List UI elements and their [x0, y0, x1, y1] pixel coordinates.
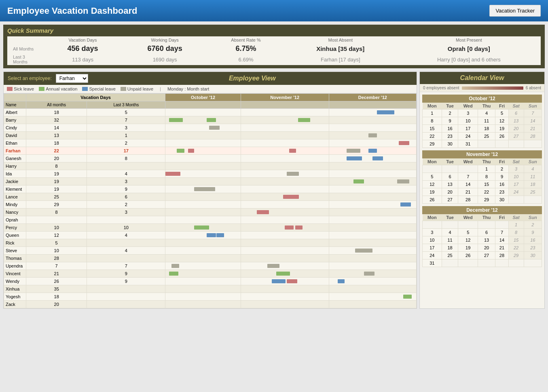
special-leave-legend: Special leave — [82, 86, 115, 91]
table-row: Xinhua35 — [4, 285, 417, 293]
last3-value: 3 — [87, 209, 165, 216]
employee-select[interactable]: Farhan — [56, 74, 88, 83]
calendar-day-cell: 9 — [442, 117, 458, 125]
gantt-cell-oct — [165, 201, 241, 209]
absent-max-label: 6 absent — [526, 86, 541, 90]
calendar-day-header: Sat — [508, 103, 524, 110]
calendar-day-cell — [458, 221, 478, 229]
gantt-cell-nov — [241, 162, 329, 170]
col-most-absent: Most Absent — [284, 36, 397, 44]
gantt-cell-nov — [241, 193, 329, 201]
employee-name: Cindy — [4, 124, 26, 132]
gantt-cell-oct — [165, 155, 241, 162]
all-months-value: 18 — [26, 139, 87, 147]
calendar-day-cell — [524, 196, 542, 204]
last3-subheader: Last 3 Months — [87, 101, 165, 109]
employee-name: Lance — [4, 193, 26, 201]
calendar-week-row: 293031 — [423, 140, 542, 148]
gantt-bar-special — [347, 156, 362, 160]
all-months-value: 28 — [26, 255, 87, 262]
calendar-day-cell: 2 — [524, 221, 542, 229]
calendar-day-cell: 19 — [423, 188, 442, 196]
gantt-cell-dec — [329, 224, 416, 232]
gantt-bar-sick — [188, 149, 194, 153]
gantt-bar-annual — [298, 118, 310, 122]
calendar-day-cell — [495, 140, 508, 148]
table-row: Ida194 — [4, 170, 417, 178]
calendar-day-cell: 25 — [524, 188, 542, 196]
all-months-value: 12 — [26, 232, 87, 239]
calendar-day-cell: 30 — [495, 196, 508, 204]
all-months-value: 10 — [26, 247, 87, 255]
gantt-cell-dec — [329, 216, 416, 224]
legend-bar: Sick leave Annual vacation Special leave… — [4, 85, 417, 93]
gantt-bar-unpaid — [347, 149, 360, 153]
employee-name: Ethan — [4, 139, 26, 147]
calendar-day-cell: 6 — [508, 110, 524, 117]
last3-value: 10 — [87, 224, 165, 232]
calendar-day-cell: 18 — [478, 125, 495, 133]
gantt-bar-special — [216, 233, 224, 237]
calendar-day-cell: 15 — [478, 181, 495, 188]
vacation-tracker-button[interactable]: Vacation Tracker — [489, 5, 541, 17]
employee-view: Select an employee: Farhan Employee View… — [3, 72, 417, 309]
table-row: Vincent219 — [4, 270, 417, 278]
calendar-day-cell: 20 — [478, 244, 495, 252]
all-months-value: 26 — [26, 278, 87, 285]
gantt-cell-oct — [165, 262, 241, 270]
all-months-value: 22 — [26, 147, 87, 155]
gantt-cell-dec — [329, 278, 416, 285]
calendar-day-cell: 15 — [508, 236, 524, 244]
employee-name: Oprah — [4, 216, 26, 224]
annual-vacation-label: Annual vacation — [46, 86, 77, 91]
calendar-day-header: Sun — [524, 103, 542, 110]
employee-name: Xinhua — [4, 285, 26, 293]
calendar-day-cell: 7 — [495, 229, 508, 236]
calendar-day-cell: 3 — [423, 229, 442, 236]
calendar-day-header: Wed — [458, 158, 478, 165]
all-months-value: 14 — [26, 124, 87, 132]
calendar-day-cell: 24 — [423, 252, 442, 259]
gantt-cell-dec — [329, 301, 416, 308]
calendar-day-cell: 1 — [508, 221, 524, 229]
calendar-week-row: 15161718192021 — [423, 125, 542, 133]
all-months-value: 19 — [26, 170, 87, 178]
calendar-day-cell: 3 — [458, 110, 478, 117]
calendar-day-cell — [423, 165, 442, 173]
gantt-cell-nov — [241, 201, 329, 209]
calendar-day-cell: 27 — [442, 196, 458, 204]
gantt-cell-nov — [241, 178, 329, 185]
calendar-day-cell: 29 — [423, 140, 442, 148]
calendar-day-header: Sun — [524, 214, 542, 221]
gantt-bar-unpaid — [171, 264, 179, 268]
last3-value — [87, 293, 165, 301]
sick-leave-icon — [7, 87, 13, 91]
table-row: Zack20 — [4, 301, 417, 308]
calendar-day-header: Wed — [458, 103, 478, 110]
calendar-day-cell: 8 — [478, 173, 495, 181]
gantt-bar-unpaid — [194, 187, 215, 191]
calendar-day-cell: 16 — [442, 125, 458, 133]
calendar-day-cell: 6 — [442, 173, 458, 181]
calendar-day-cell: 10 — [458, 117, 478, 125]
gantt-bar-unpaid — [368, 133, 377, 137]
col-vacation-days: Vacation Days — [44, 36, 122, 44]
calendar-day-cell — [478, 221, 495, 229]
calendar-day-cell: 7 — [524, 110, 542, 117]
gantt-cell-oct — [165, 162, 241, 170]
table-row: Rick5 — [4, 239, 417, 247]
table-row: Thomas28 — [4, 255, 417, 262]
gantt-cell-dec — [329, 124, 416, 132]
table-row: Queen124 — [4, 232, 417, 239]
calendar-month-header: November '12 — [422, 150, 542, 158]
gantt-bar-annual — [194, 226, 209, 230]
last3-working-days: 1690 days — [122, 54, 208, 65]
gantt-cell-nov — [241, 147, 329, 155]
calendar-day-cell: 6 — [478, 229, 495, 236]
gantt-bar-special — [338, 279, 345, 283]
gantt-cell-oct — [165, 216, 241, 224]
calendar-day-cell: 21 — [524, 125, 542, 133]
vacation-days-header: Vacation Days — [26, 94, 165, 101]
calendar-day-cell: 19 — [458, 244, 478, 252]
select-employee-label: Select an employee: — [8, 76, 52, 81]
